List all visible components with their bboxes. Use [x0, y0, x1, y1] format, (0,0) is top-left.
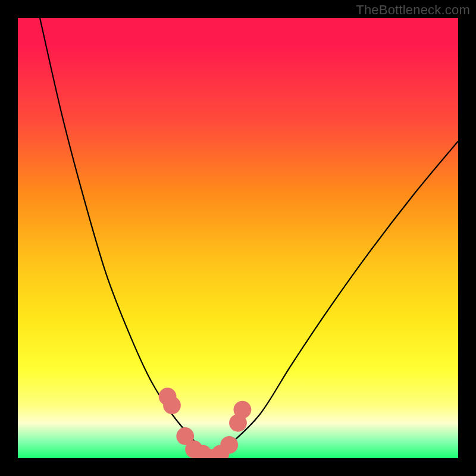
highlight-dot — [234, 401, 252, 419]
watermark-text: TheBottleneck.com — [356, 2, 470, 18]
curve-layer — [18, 18, 458, 458]
left-curve — [40, 18, 212, 458]
highlight-dots — [159, 388, 252, 458]
chart-frame: TheBottleneck.com — [0, 0, 476, 476]
highlight-dot — [220, 436, 238, 454]
highlight-dot — [163, 396, 181, 414]
plot-area — [18, 18, 458, 458]
